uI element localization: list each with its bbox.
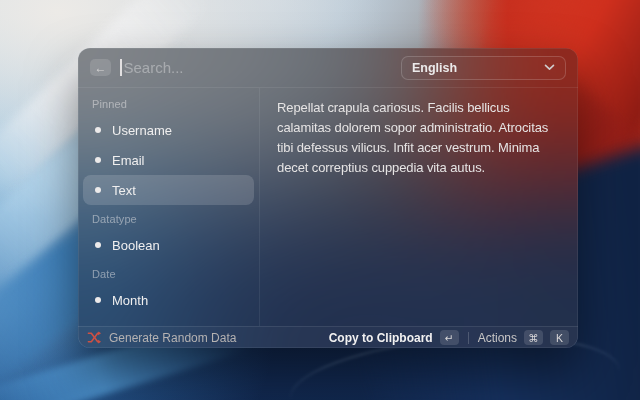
main-content: Pinned Username Email Text Datatype Bool… [78,88,578,326]
back-icon: ← [95,62,107,74]
section-header-date: Date [83,260,254,285]
footer-divider [468,332,469,344]
launcher-window: ← English Pinned Username Email [78,48,578,348]
bullet-icon [95,187,101,193]
list-item-label: Username [112,123,172,138]
list-item-month[interactable]: Month [83,285,254,315]
language-dropdown[interactable]: English [401,56,566,80]
detail-preview-text: Repellat crapula cariosus. Facilis belli… [277,100,548,175]
command-name-label: Generate Random Data [109,331,236,345]
list-item-text-selected[interactable]: Text [83,175,254,205]
list-item-email[interactable]: Email [83,145,254,175]
section-header-pinned: Pinned [83,90,254,115]
actions-button[interactable]: Actions [478,331,517,345]
copy-to-clipboard-button[interactable]: Copy to Clipboard [329,331,433,345]
list-item-boolean[interactable]: Boolean [83,230,254,260]
command-keycap[interactable]: ⌘ [524,330,543,345]
bullet-icon [95,127,101,133]
text-caret [120,59,122,76]
list-item-username[interactable]: Username [83,115,254,145]
enter-keycap[interactable]: ↵ [440,330,459,345]
section-header-datatype: Datatype [83,205,254,230]
list-item-label: Boolean [112,238,160,253]
list-item-label: Month [112,293,148,308]
language-dropdown-value: English [412,61,457,75]
back-button[interactable]: ← [90,59,111,76]
list-item-label: Email [112,153,145,168]
bullet-icon [95,297,101,303]
chevron-down-icon [544,64,555,71]
list-item-label: Text [112,183,136,198]
search-field-wrap [120,59,392,76]
search-input[interactable] [124,59,393,76]
bullet-icon [95,157,101,163]
action-bar: Generate Random Data Copy to Clipboard ↵… [78,326,578,348]
results-list: Pinned Username Email Text Datatype Bool… [78,88,260,326]
k-keycap[interactable]: K [550,330,569,345]
bullet-icon [95,242,101,248]
shuffle-icon [87,330,102,345]
search-bar: ← English [78,48,578,88]
detail-preview-pane: Repellat crapula cariosus. Facilis belli… [260,88,578,326]
